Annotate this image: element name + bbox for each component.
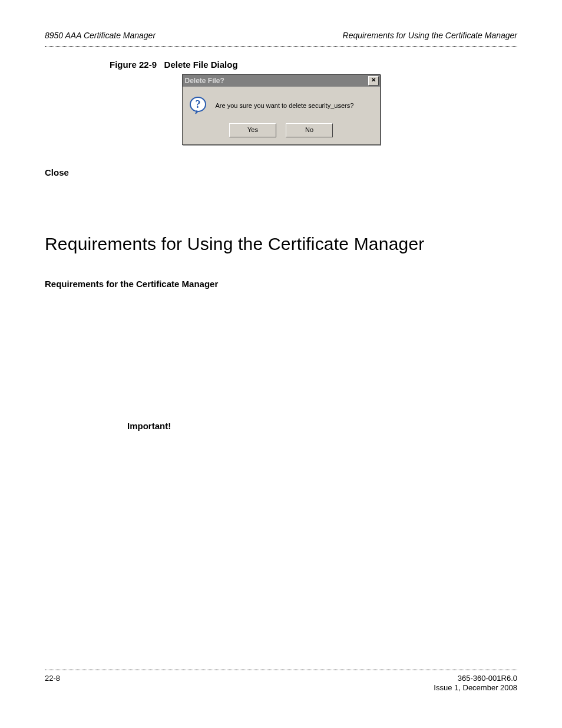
issue-line: Issue 1, December 2008 xyxy=(434,683,517,693)
dialog-message: Are you sure you want to delete security… xyxy=(216,102,354,109)
page-footer: 22-8 365-360-001R6.0 Issue 1, December 2… xyxy=(45,670,517,693)
close-heading: Close xyxy=(45,167,517,177)
dialog-title: Delete File? xyxy=(185,77,224,85)
dialog-titlebar: Delete File? ✕ xyxy=(183,75,380,87)
no-button[interactable]: No xyxy=(286,123,333,137)
delete-file-dialog: Delete File? ✕ ? Are you sure you want t… xyxy=(182,74,381,145)
footer-rule xyxy=(45,670,517,670)
subheading: Requirements for the Certificate Manager xyxy=(45,279,517,289)
svg-text:?: ? xyxy=(195,98,200,110)
header-left: 8950 AAA Certificate Manager xyxy=(45,31,156,40)
doc-id: 365-360-001R6.0 xyxy=(434,674,517,683)
figure-number: Figure 22-9 xyxy=(110,60,157,70)
important-label: Important! xyxy=(127,421,517,431)
header-rule xyxy=(45,46,517,47)
figure-caption: Figure 22-9 Delete File Dialog xyxy=(110,60,517,70)
header-right: Requirements for Using the Certificate M… xyxy=(343,31,517,40)
yes-button[interactable]: Yes xyxy=(229,123,276,137)
question-icon: ? xyxy=(189,96,207,115)
figure-title: Delete File Dialog xyxy=(164,60,238,70)
section-title: Requirements for Using the Certificate M… xyxy=(45,234,517,254)
page-number: 22-8 xyxy=(45,674,60,683)
close-icon[interactable]: ✕ xyxy=(368,76,379,85)
